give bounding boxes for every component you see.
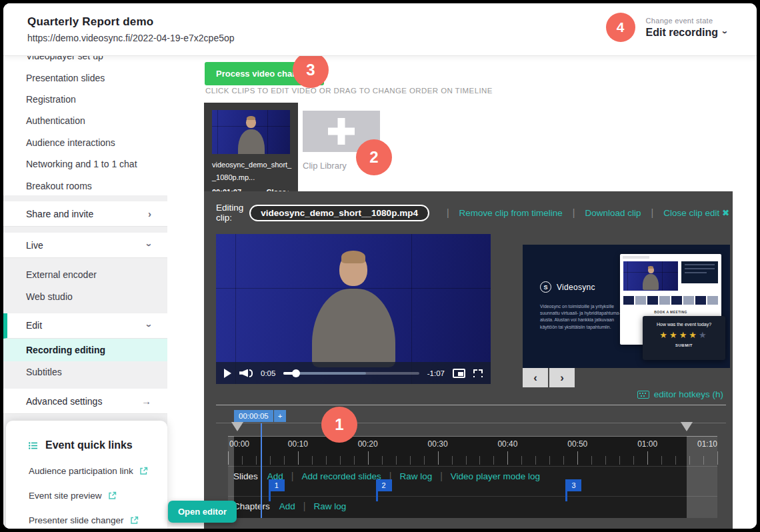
advanced-settings-label: Advanced settings (26, 396, 102, 407)
playhead-time: 00:00:05 (234, 410, 273, 422)
logo-text: Videosync (557, 283, 595, 292)
sidebar-item-breakout-rooms[interactable]: Breakout rooms (3, 175, 167, 196)
link-event-site-preview[interactable]: Event site preview (6, 491, 167, 501)
clip-editor-panel: Editing clip: videosync_demo_short__1080… (204, 191, 733, 529)
clip-thumbnail (212, 110, 290, 154)
step-badge-2: 2 (356, 139, 392, 175)
sidebar-item-external-encoder[interactable]: External encoder (3, 264, 167, 285)
slides-row-label: Slides (233, 471, 258, 481)
trim-start-handle[interactable] (231, 422, 243, 431)
close-clip-edit-link[interactable]: Close clip edit ✖ (663, 207, 729, 218)
editing-clip-name-field[interactable]: videosync_demo_short__1080p.mp4 (249, 205, 429, 221)
add-marker-button[interactable]: + (274, 410, 287, 422)
sidebar-item-networking[interactable]: Networking and 1 to 1 chat (3, 153, 167, 175)
sidebar-item-presentation-slides[interactable]: Presentation slides (3, 67, 167, 88)
step-badge-1: 1 (321, 407, 357, 443)
timeline-slides-row: Slides Add | Add recorded slides | Raw l… (228, 466, 717, 496)
share-and-invite-label: Share and invite (26, 209, 93, 219)
remove-clip-link[interactable]: Remove clip from timeline (459, 208, 563, 218)
timeline-tick-label: 01:00 (637, 439, 657, 449)
sidebar-item-edit[interactable]: Edit › (3, 313, 167, 339)
book-meeting-label: BOOK A MEETING (620, 310, 721, 314)
link-audience-participation[interactable]: Audience participation link (6, 466, 167, 476)
timeline-chapters-row: Chapters Add | Raw log (228, 496, 717, 518)
progress-handle[interactable] (292, 369, 300, 377)
sidebar-item-recording-editing[interactable]: Recording editing (3, 339, 167, 361)
timeline-ruler[interactable]: 00:0000:1000:2000:3000:4000:5001:0001:10 (228, 436, 717, 466)
selected-clip-card[interactable]: videosync_demo_short__1080p.mp... 00:01:… (204, 103, 298, 191)
link-presenter-slide-changer[interactable]: Presenter slide changer (6, 515, 167, 525)
logo-icon: S (540, 281, 551, 293)
sidebar-item-live[interactable]: Live › (3, 233, 167, 258)
keyboard-icon (637, 391, 649, 399)
step-badge-4: 4 (606, 13, 635, 42)
event-state-dropdown[interactable]: Edit recording › (646, 27, 727, 39)
timeline-tick-label: 00:20 (358, 439, 378, 449)
sidebar-item-subtitles[interactable]: Subtitles (3, 361, 167, 383)
player-controls: 0:05 -1:07 (216, 362, 491, 384)
external-link-icon (108, 491, 117, 500)
open-editor-button[interactable]: Open editor (168, 501, 237, 523)
live-label: Live (26, 240, 43, 251)
picture-in-picture-button[interactable] (453, 369, 465, 378)
step-badge-3: 3 (293, 52, 329, 88)
sidebar-item-authentication[interactable]: Authentication (3, 110, 167, 131)
timeline: 00:00:05 + 1 00:0000:1000:2000:3000:4000… (228, 436, 717, 518)
slides-raw-log-link[interactable]: Raw log (399, 471, 432, 481)
player-progress-bar[interactable] (283, 372, 419, 375)
presenter-figure (236, 117, 267, 154)
presenter-slide-changer-label: Presenter slide changer (29, 515, 124, 525)
external-link-icon (139, 467, 148, 475)
rating-stars: ★★★★★ (643, 330, 725, 340)
videosync-logo: S Videosync (540, 281, 595, 293)
download-clip-link[interactable]: Download clip (585, 208, 641, 218)
slide-marker-3[interactable]: 3 (565, 479, 581, 491)
sidebar-nav-list: Videoplayer set up Presentation slides R… (3, 45, 167, 197)
audience-participation-label: Audience participation link (29, 466, 133, 476)
trim-end-handle[interactable] (681, 422, 693, 431)
sidebar-item-registration[interactable]: Registration (3, 89, 167, 110)
change-event-state-label: Change event state (646, 17, 727, 25)
chevron-down-icon: › (145, 324, 155, 327)
chapters-add-link[interactable]: Add (279, 501, 295, 511)
slide-marker-1[interactable]: 1 (269, 479, 285, 491)
external-link-icon (130, 516, 139, 525)
volume-button[interactable] (239, 369, 253, 377)
slide-marker-2[interactable]: 2 (376, 479, 392, 491)
sidebar-item-share-and-invite[interactable]: Share and invite › (3, 201, 167, 227)
close-icon: ✖ (722, 208, 729, 218)
timeline-tick-label: 00:30 (428, 439, 448, 449)
event-quick-links-card: Event quick links Audience participation… (6, 421, 167, 529)
event-quick-links-label: Event quick links (45, 439, 133, 451)
sidebar-item-advanced-settings[interactable]: Advanced settings → (3, 389, 167, 414)
edit-label: Edit (26, 320, 42, 331)
event-site-preview-label: Event site preview (29, 491, 102, 501)
editing-clip-label: Editing clip: (216, 203, 243, 223)
rating-submit-button: SUBMIT (643, 343, 725, 347)
sidebar-item-audience-interactions[interactable]: Audience interactions (3, 132, 167, 153)
rating-popup: How was the event today? ★★★★★ SUBMIT (643, 316, 725, 360)
slide-next-button[interactable]: › (549, 368, 575, 387)
slide-preview: S Videosync Videosync on toimistoille ja… (523, 245, 730, 368)
event-url: https://demo.videosync.fi/2022-04-19-e7x… (27, 33, 235, 43)
presenter-figure (303, 253, 403, 367)
slide-prev-button[interactable]: ‹ (523, 368, 548, 387)
playhead-time-badge[interactable]: 00:00:05 + (234, 410, 286, 422)
timeline-playhead[interactable] (261, 423, 262, 518)
video-player[interactable]: 0:05 -1:07 (216, 234, 491, 384)
sidebar-item-web-studio[interactable]: Web studio (3, 285, 167, 307)
list-icon (29, 441, 37, 450)
chapters-raw-log-link[interactable]: Raw log (313, 501, 346, 511)
rating-question: How was the event today? (643, 322, 725, 327)
page-header: Quarterly Report demo https://demo.video… (3, 3, 757, 56)
main-content: Process video changes 3 CLICK CLIPS TO E… (167, 56, 757, 529)
timeline-tick-label: 00:50 (567, 439, 587, 449)
play-button[interactable] (224, 369, 231, 378)
slides-player-mode-log-link[interactable]: Video player mode log (451, 471, 540, 481)
editor-hotkeys-label: editor hotkeys (h) (654, 389, 723, 399)
timeline-tick-label: 00:40 (497, 439, 517, 449)
fullscreen-button[interactable] (473, 369, 483, 377)
slides-add-recorded-link[interactable]: Add recorded slides (301, 471, 381, 481)
clips-hint-text: CLICK CLIPS TO EDIT VIDEO OR DRAG TO CHA… (205, 87, 493, 95)
editor-hotkeys-link[interactable]: editor hotkeys (h) (637, 389, 723, 399)
